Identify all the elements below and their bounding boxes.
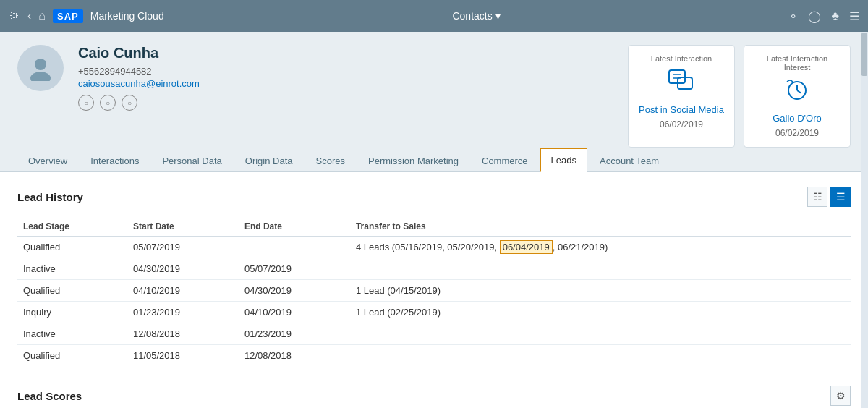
cell-transfer: 1 Lead (02/25/2019)	[350, 302, 851, 323]
cell-transfer: 4 Leads (05/16/2019, 05/20/2019, 06/04/2…	[350, 237, 851, 258]
menu-icon[interactable]: ☰	[849, 9, 859, 23]
table-row: Inquiry 01/23/2019 04/10/2019 1 Lead (02…	[17, 302, 851, 323]
col-start-date: Start Date	[127, 217, 239, 237]
table-row: Qualified 04/10/2019 04/30/2019 1 Lead (…	[17, 280, 851, 302]
help-icon[interactable]: ◯	[808, 9, 821, 23]
lead-history-table: Lead Stage Start Date End Date Transfer …	[17, 217, 851, 366]
scrollbar[interactable]	[861, 32, 868, 408]
card-label-2: Latest InteractionInterest	[754, 54, 840, 72]
cell-stage: Qualified	[17, 345, 127, 367]
app-title: Marketing Cloud	[90, 10, 164, 22]
clock-icon	[754, 77, 840, 109]
cell-start: 05/07/2019	[127, 237, 239, 258]
cell-transfer	[350, 258, 851, 280]
table-row: Qualified 11/05/2018 12/08/2018	[17, 345, 851, 367]
back-icon[interactable]: ‹	[27, 9, 31, 22]
search-icon[interactable]: ⚬	[788, 9, 798, 23]
tab-leads[interactable]: Leads	[540, 148, 587, 172]
profile-info: Caio Cunha +5562894944582 caiosousacunha…	[78, 45, 599, 111]
card-date-2: 06/02/2019	[754, 128, 840, 138]
profile-email[interactable]: caiosousacunha@einrot.com	[78, 78, 200, 89]
col-lead-stage: Lead Stage	[17, 217, 127, 237]
profile-phone: +5562894944582	[78, 66, 599, 77]
cell-start: 11/05/2018	[127, 345, 239, 367]
cell-stage: Inquiry	[17, 302, 127, 323]
latest-interaction-card: Latest Interaction Post in Social Media …	[628, 45, 735, 148]
cell-end: 12/08/2018	[239, 345, 350, 367]
cell-stage: Qualified	[17, 280, 127, 302]
cell-transfer	[350, 323, 851, 345]
cell-end: 01/23/2019	[239, 323, 350, 345]
profile-section: Caio Cunha +5562894944582 caiosousacunha…	[0, 32, 868, 148]
contacts-chevron: ▾	[495, 10, 501, 22]
lead-history-title: Lead History	[17, 191, 83, 203]
svg-line-8	[797, 90, 801, 93]
social-icon-3[interactable]: ○	[122, 95, 137, 111]
list-view-button[interactable]: ☰	[830, 187, 851, 207]
tab-scores[interactable]: Scores	[305, 149, 356, 172]
tab-permission-marketing[interactable]: Permission Marketing	[357, 149, 469, 172]
svg-point-1	[30, 72, 51, 81]
cell-start: 04/30/2019	[127, 258, 239, 280]
cell-start: 12/08/2018	[127, 323, 239, 345]
card-link-2[interactable]: Gallo D'Oro	[773, 113, 822, 124]
tab-origin-data[interactable]: Origin Data	[234, 149, 304, 172]
card-label-1: Latest Interaction	[639, 54, 724, 63]
cell-start: 01/23/2019	[127, 302, 239, 323]
lead-history-header: Lead History ☷ ☰	[17, 187, 851, 207]
social-icon-2[interactable]: ○	[100, 95, 116, 111]
lead-scores-title: Lead Scores	[17, 390, 82, 402]
col-end-date: End Date	[239, 217, 350, 237]
svg-point-0	[35, 59, 46, 70]
table-row: Inactive 04/30/2019 05/07/2019	[17, 258, 851, 280]
tab-overview[interactable]: Overview	[17, 149, 78, 172]
user-icon[interactable]: ⛭	[9, 9, 20, 22]
tab-account-team[interactable]: Account Team	[589, 149, 670, 172]
table-header-row: Lead Stage Start Date End Date Transfer …	[17, 217, 851, 237]
contacts-label: Contacts	[452, 10, 492, 22]
microphone-icon[interactable]: ♣	[831, 9, 839, 22]
cell-end: 04/30/2019	[239, 280, 350, 302]
header-left: ⛭ ‹ ⌂ SAP Marketing Cloud	[9, 9, 164, 23]
scrollbar-thumb[interactable]	[861, 33, 867, 76]
cell-end: 04/10/2019	[239, 302, 350, 323]
cell-end: 05/07/2019	[239, 258, 350, 280]
sap-logo: SAP	[53, 9, 83, 23]
social-icon-1[interactable]: ○	[78, 95, 94, 111]
col-transfer: Transfer to Sales	[350, 217, 851, 237]
table-header: Lead Stage Start Date End Date Transfer …	[17, 217, 851, 237]
cell-transfer	[350, 345, 851, 367]
main-content: Lead History ☷ ☰ Lead Stage Start Date E…	[0, 172, 868, 408]
cell-end	[239, 237, 350, 258]
profile-name: Caio Cunha	[78, 45, 599, 61]
chat-icon	[639, 69, 724, 100]
latest-interaction-interest-card: Latest InteractionInterest Gallo D'Oro 0…	[744, 45, 851, 148]
filter-tool-button[interactable]: ☷	[807, 187, 827, 207]
cell-stage: Inactive	[17, 323, 127, 345]
cell-start: 04/10/2019	[127, 280, 239, 302]
table-row: Qualified 05/07/2019 4 Leads (05/16/2019…	[17, 237, 851, 258]
tab-commerce[interactable]: Commerce	[471, 149, 539, 172]
avatar	[17, 45, 64, 91]
cell-transfer: 1 Lead (04/15/2019)	[350, 280, 851, 302]
section-tools: ☷ ☰	[807, 187, 851, 207]
tab-interactions[interactable]: Interactions	[80, 149, 150, 172]
tab-personal-data[interactable]: Personal Data	[151, 149, 232, 172]
cell-stage: Inactive	[17, 258, 127, 280]
highlighted-date: 06/04/2019	[500, 240, 553, 254]
table-body: Qualified 05/07/2019 4 Leads (05/16/2019…	[17, 237, 851, 367]
home-icon[interactable]: ⌂	[38, 9, 46, 22]
card-link-1[interactable]: Post in Social Media	[639, 104, 724, 115]
profile-social-icons: ○ ○ ○	[78, 95, 599, 111]
card-date-1: 06/02/2019	[639, 119, 724, 129]
table-row: Inactive 12/08/2018 01/23/2019	[17, 323, 851, 345]
lead-scores-section: Lead Scores ⚙	[17, 378, 851, 406]
interaction-cards: Latest Interaction Post in Social Media …	[628, 45, 851, 148]
lead-scores-settings-button[interactable]: ⚙	[830, 386, 851, 406]
header-right: ⚬ ◯ ♣ ☰	[788, 9, 859, 23]
tabs-bar: Overview Interactions Personal Data Orig…	[0, 148, 868, 172]
contacts-nav-button[interactable]: Contacts ▾	[452, 10, 500, 22]
header-center: Contacts ▾	[452, 10, 500, 22]
cell-stage: Qualified	[17, 237, 127, 258]
header: ⛭ ‹ ⌂ SAP Marketing Cloud Contacts ▾ ⚬ ◯…	[0, 0, 868, 32]
